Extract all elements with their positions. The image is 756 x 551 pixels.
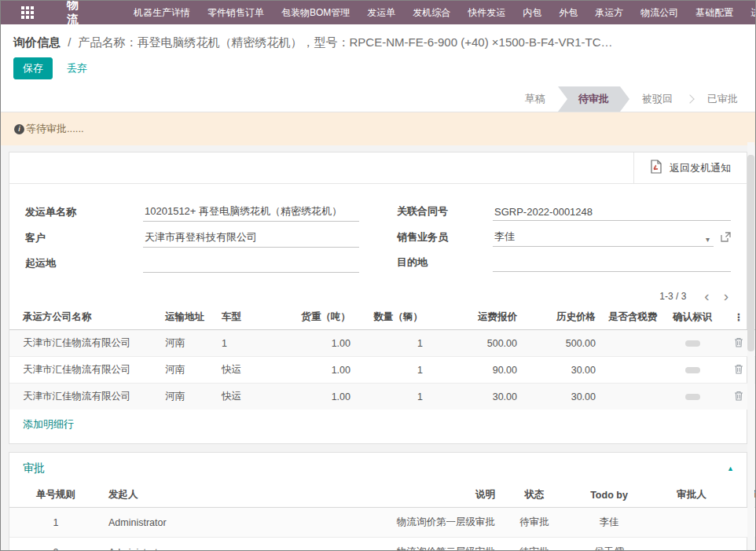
cell-vehicle[interactable]: 快运: [215, 384, 278, 410]
cell-seq[interactable]: 2: [9, 538, 102, 551]
cell-todo-by[interactable]: 侯玉儒: [567, 538, 651, 551]
cell-weight[interactable]: 1.00: [278, 357, 357, 384]
cell-weight[interactable]: 1.00: [278, 384, 357, 410]
cell-approver[interactable]: [651, 538, 732, 551]
menu-item-inner-packing[interactable]: 内包: [514, 1, 550, 24]
cell-approver[interactable]: [651, 508, 732, 538]
pager-next-icon[interactable]: ›: [717, 291, 736, 302]
col-description[interactable]: 说明: [289, 483, 501, 508]
external-link-icon[interactable]: [721, 231, 731, 247]
carrier-row-1[interactable]: 天津市汇佳物流有限公司 河南 1 1.00 1 500.00 500.00: [9, 330, 756, 357]
return-shipping-notice-button[interactable]: 返回发机通知: [633, 152, 747, 183]
cell-vehicle[interactable]: 快运: [215, 357, 278, 384]
cell-seq[interactable]: 1: [9, 508, 102, 538]
cell-status[interactable]: 待审批: [501, 508, 567, 538]
confirm-toggle[interactable]: [685, 340, 700, 347]
cell-qty[interactable]: 1: [357, 357, 429, 384]
cell-qty[interactable]: 1: [357, 330, 429, 357]
delete-row-icon[interactable]: [734, 337, 743, 350]
salesperson-label: 销售业务员: [397, 230, 493, 247]
cell-company[interactable]: 天津市汇佳物流有限公司: [9, 330, 159, 357]
confirm-toggle[interactable]: [685, 394, 700, 400]
destination-input[interactable]: [493, 257, 731, 272]
cell-address[interactable]: 河南: [159, 384, 215, 410]
column-options-icon[interactable]: ⋮: [734, 312, 744, 323]
col-carrier-company[interactable]: 承运方公司名称: [9, 305, 159, 330]
col-cargo-weight[interactable]: 货重（吨）: [278, 305, 357, 330]
approval-row-2[interactable]: 2 Administrator 物流询价第二层级审批 待审批 侯玉儒: [9, 538, 756, 551]
status-step-rejected[interactable]: 被驳回: [629, 86, 685, 112]
col-quantity[interactable]: 数量（辆）: [357, 305, 429, 330]
main-content: 返回发机通知 发运单名称 10201512+ 再登电脑绣花机（精密绣花机） 客户…: [1, 145, 755, 551]
status-step-approved[interactable]: 已审批: [695, 86, 750, 112]
menu-item-shipment-summary[interactable]: 发机综合: [404, 1, 459, 24]
cell-vehicle[interactable]: 1: [215, 330, 278, 357]
shipping-order-name-input[interactable]: 10201512+ 再登电脑绣花机（精密绣花机）: [143, 204, 359, 222]
scrollbar-thumb[interactable]: [747, 155, 754, 351]
contract-number-input[interactable]: SGRP-2022-0001248: [493, 206, 731, 221]
cell-weight[interactable]: 1.00: [278, 330, 357, 357]
menu-item-machine-production[interactable]: 机器生产详情: [125, 1, 199, 24]
menu-item-packaging-bom[interactable]: 包装物BOM管理: [273, 1, 358, 24]
col-status[interactable]: 状态: [501, 483, 567, 508]
col-initiator[interactable]: 发起人: [102, 483, 289, 508]
col-freight-quote[interactable]: 运费报价: [429, 305, 523, 330]
cell-history[interactable]: 30.00: [523, 384, 602, 410]
col-transport-address[interactable]: 运输地址: [159, 305, 215, 330]
cell-initiator[interactable]: Administrator: [102, 538, 289, 551]
add-line-link[interactable]: 添加明细行: [9, 410, 88, 443]
contract-number-field: 关联合同号 SGRP-2022-0001248: [397, 204, 731, 221]
breadcrumb-root[interactable]: 询价信息: [13, 35, 61, 49]
pager-prev-icon[interactable]: ‹: [697, 291, 716, 302]
menu-item-outer-packing[interactable]: 外包: [550, 1, 586, 24]
menu-item-parts-sales-order[interactable]: 零件销售订单: [199, 1, 273, 24]
save-button[interactable]: 保存: [13, 57, 53, 79]
menu-item-shipping-order[interactable]: 发运单: [358, 1, 404, 24]
col-vehicle-type[interactable]: 车型: [215, 305, 278, 330]
status-step-draft[interactable]: 草稿: [512, 86, 558, 112]
collapse-up-icon[interactable]: ▲: [727, 465, 734, 472]
cell-history[interactable]: 500.00: [523, 330, 602, 357]
approval-row-1[interactable]: 1 Administrator 物流询价第一层级审批 待审批 李佳: [9, 508, 756, 538]
carrier-row-2[interactable]: 天津市汇佳物流有限公司 河南 快运 1.00 1 90.00 30.00: [9, 357, 756, 384]
menu-item-carrier[interactable]: 承运方: [586, 1, 632, 24]
cell-history[interactable]: 30.00: [523, 357, 602, 384]
tab-approval[interactable]: 审批: [23, 461, 45, 476]
cell-initiator[interactable]: Administrator: [102, 508, 289, 538]
status-step-pending-approval[interactable]: 待审批: [558, 86, 629, 112]
cell-company[interactable]: 天津市汇佳物流有限公司: [9, 357, 159, 384]
col-confirm-flag[interactable]: 确认标识: [663, 305, 721, 330]
menu-item-logistics-company[interactable]: 物流公司: [632, 1, 687, 24]
origin-input[interactable]: [143, 258, 359, 273]
cell-tax: [602, 357, 663, 384]
cell-quote[interactable]: 90.00: [429, 357, 523, 384]
cell-address[interactable]: 河南: [159, 330, 215, 357]
col-tax-included[interactable]: 是否含税费: [602, 305, 663, 330]
cell-quote[interactable]: 500.00: [429, 330, 523, 357]
col-approver[interactable]: 审批人: [651, 483, 732, 508]
cell-description[interactable]: 物流询价第一层级审批: [289, 508, 501, 538]
delete-row-icon[interactable]: [734, 391, 743, 403]
chevron-down-icon[interactable]: ▾: [703, 235, 712, 244]
app-name[interactable]: 物流: [67, 0, 79, 28]
salesperson-input[interactable]: 李佳 ▾: [493, 230, 714, 247]
col-history-price[interactable]: 历史价格: [523, 305, 602, 330]
cell-quote[interactable]: 30.00: [429, 384, 523, 410]
col-seq-rule[interactable]: 单号规则: [9, 483, 102, 508]
cell-status[interactable]: 待审批: [501, 538, 567, 551]
cell-address[interactable]: 河南: [159, 357, 215, 384]
cell-qty[interactable]: 1: [357, 384, 429, 410]
menu-item-express-shipping[interactable]: 快件发运: [459, 1, 514, 24]
apps-grid-icon[interactable]: [21, 6, 34, 19]
confirm-toggle[interactable]: [685, 367, 700, 373]
menu-item-base-config[interactable]: 基础配置: [687, 1, 742, 24]
cell-company[interactable]: 天津市汇佳物流有限公司: [9, 384, 159, 410]
cell-description[interactable]: 物流询价第二层级审批: [289, 538, 501, 551]
col-todo-by[interactable]: Todo by: [567, 483, 651, 508]
discard-button[interactable]: 丢弃: [57, 58, 97, 79]
delete-row-icon[interactable]: [734, 364, 743, 377]
carrier-row-3[interactable]: 天津市汇佳物流有限公司 河南 快运 1.00 1 30.00 30.00: [9, 384, 756, 410]
customer-input[interactable]: 天津市再登科技有限公司: [143, 230, 359, 248]
menu-item-import-export[interactable]: 进出口部填: [742, 1, 756, 24]
cell-todo-by[interactable]: 李佳: [567, 508, 651, 538]
